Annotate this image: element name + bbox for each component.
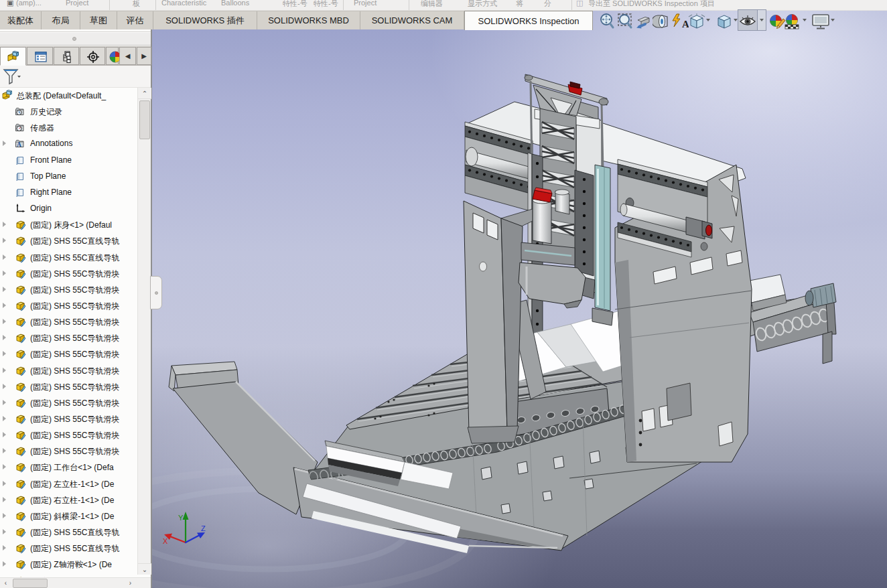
svg-text:X: X bbox=[163, 537, 168, 545]
svg-text:Y: Y bbox=[178, 514, 184, 522]
svg-text:Z: Z bbox=[201, 524, 206, 532]
svg-text:A: A bbox=[17, 142, 21, 149]
